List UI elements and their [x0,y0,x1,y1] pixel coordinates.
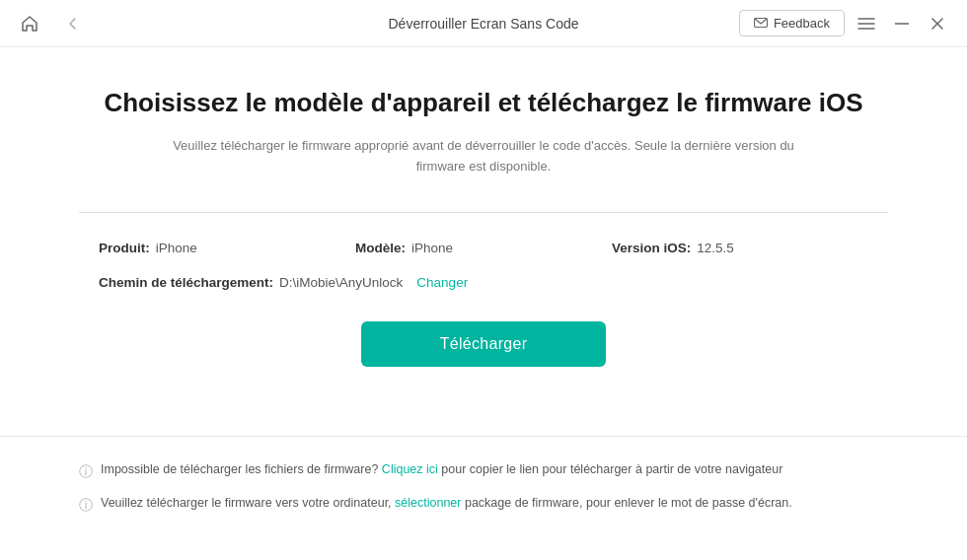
feedback-label: Feedback [774,16,830,31]
model-value: iPhone [411,241,453,255]
product-value: iPhone [156,241,197,255]
page-subtitle: Veuillez télécharger le firmware appropr… [79,136,888,177]
select-link[interactable]: sélectionner [395,496,465,510]
help-item-2: ⓘ Veuillez télécharger le firmware vers … [79,494,888,516]
ios-label: Version iOS: [612,241,691,255]
titlebar-right: Feedback [739,10,951,37]
download-btn-container: Télécharger [79,321,888,367]
home-button[interactable] [16,10,43,37]
titlebar-left [16,10,87,37]
help-icon-2: ⓘ [79,495,93,516]
page-title: Choisissez le modèle d'appareil et téléc… [79,87,888,120]
device-info-row: Produit: iPhone Modèle: iPhone Version i… [79,241,888,255]
path-label: Chemin de téléchargement: [99,275,273,290]
divider-top [79,212,888,213]
path-value: D:\iMobie\AnyUnlock [279,275,403,290]
download-button[interactable]: Télécharger [361,321,607,367]
close-button[interactable] [924,10,951,37]
menu-button[interactable] [853,10,880,37]
app-title: Déverrouiller Ecran Sans Code [389,16,579,32]
click-here-link[interactable]: Cliquez ici [382,462,438,476]
model-item: Modèle: iPhone [355,241,612,255]
titlebar: Déverrouiller Ecran Sans Code Feedback [0,0,967,47]
help-text-1: Impossible de télécharger les fichiers d… [101,460,782,479]
model-label: Modèle: [355,241,406,255]
help-item-1: ⓘ Impossible de télécharger les fichiers… [79,460,888,482]
download-path-row: Chemin de téléchargement: D:\iMobie\AnyU… [79,275,888,290]
ios-version-item: Version iOS: 12.5.5 [612,241,868,255]
bottom-help-section: ⓘ Impossible de télécharger les fichiers… [0,436,967,516]
back-button[interactable] [59,10,87,37]
feedback-button[interactable]: Feedback [739,10,845,36]
minimize-button[interactable] [888,10,916,37]
product-item: Produit: iPhone [99,241,355,255]
product-label: Produit: [99,241,150,255]
ios-value: 12.5.5 [697,241,734,255]
help-icon-1: ⓘ [79,461,93,482]
main-content: Choisissez le modèle d'appareil et téléc… [0,47,967,436]
change-path-link[interactable]: Changer [416,275,468,290]
help-text-2: Veuillez télécharger le firmware vers vo… [101,494,792,513]
